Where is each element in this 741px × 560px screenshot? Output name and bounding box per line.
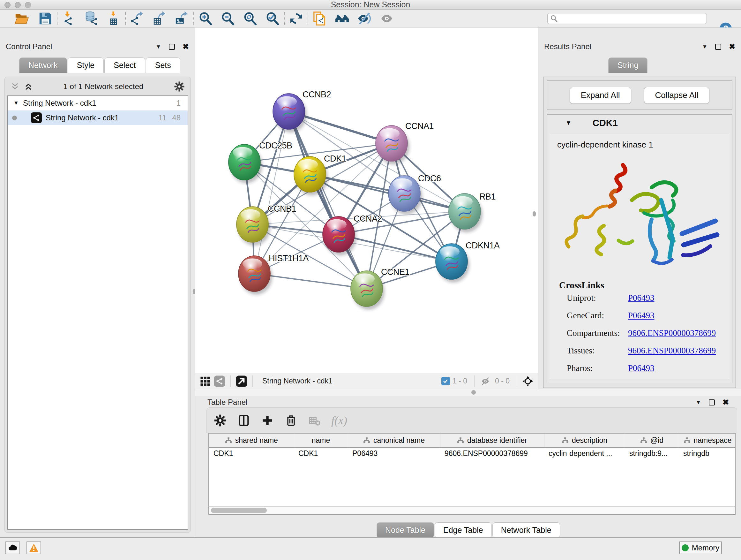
results-panel-float-icon[interactable] <box>715 44 721 50</box>
crosslink-link[interactable]: P06493 <box>628 363 655 373</box>
hide-selected-eye-icon[interactable] <box>355 10 374 27</box>
delete-column-icon[interactable] <box>284 414 298 428</box>
network-options-gear-icon[interactable] <box>174 81 185 92</box>
crosslink-link[interactable]: P06493 <box>628 293 655 303</box>
gene-section-header[interactable]: ▼ CDK1 <box>547 115 732 131</box>
network-canvas-svg[interactable]: CCNB2CCNA1CDC25BCDK1CDC6RB1CCNB1CCNA2CDK… <box>195 27 538 373</box>
table-hscrollbar[interactable] <box>208 506 736 515</box>
zoom-fit-icon[interactable] <box>241 10 259 27</box>
column-header-name[interactable]: name <box>294 434 348 448</box>
table-panel-float-icon[interactable] <box>709 399 715 406</box>
export-table-icon[interactable] <box>151 10 169 27</box>
table-hscrollbar-thumb[interactable] <box>211 508 267 513</box>
zoom-in-icon[interactable] <box>197 10 214 27</box>
table-panel-close-icon[interactable]: ✖ <box>723 398 729 406</box>
memory-button[interactable]: Memory <box>679 542 722 554</box>
tab-select[interactable]: Select <box>105 57 145 73</box>
horizontal-splitter[interactable] <box>195 389 741 396</box>
tab-edge-table[interactable]: Edge Table <box>434 522 492 538</box>
save-session-button[interactable] <box>37 10 54 27</box>
expand-all-button[interactable]: Expand All <box>569 87 631 104</box>
show-hidden-eye-icon[interactable] <box>378 10 396 27</box>
horizontal-splitter-handle[interactable] <box>471 390 476 395</box>
results-panel-close-icon[interactable]: ✖ <box>729 43 735 51</box>
apply-layout-icon[interactable] <box>287 10 305 27</box>
table-panel: Table Panel ▼ ✖ <box>195 396 741 537</box>
column-header-canonical-name[interactable]: canonical name <box>348 434 440 448</box>
crosshair-icon[interactable] <box>521 375 535 388</box>
network-edge[interactable] <box>310 174 465 211</box>
zoom-out-icon[interactable] <box>219 10 237 27</box>
network-birdseye-icon[interactable] <box>212 375 226 388</box>
network-node-CDC6[interactable]: CDC6 <box>388 174 441 214</box>
tab-sets[interactable]: Sets <box>146 57 180 73</box>
import-table-file-icon[interactable] <box>105 10 123 27</box>
network-tree: ▼ String Network - cdk1 1 String Network… <box>7 96 188 530</box>
show-all-houses-icon[interactable] <box>333 10 351 27</box>
network-node-CCNE1[interactable]: CCNE1 <box>351 267 409 310</box>
clone-network-icon[interactable] <box>311 10 329 27</box>
add-column-icon[interactable] <box>260 414 274 428</box>
network-node-HIST1H1A[interactable]: HIST1H1A <box>239 253 309 295</box>
open-session-button[interactable] <box>13 10 30 27</box>
open-in-new-window-icon[interactable] <box>234 375 249 388</box>
selected-checkbox-icon[interactable] <box>441 377 450 385</box>
minimize-window-button[interactable] <box>15 2 21 8</box>
expand-all-chevron-icon[interactable] <box>24 82 33 91</box>
crosslink-link[interactable]: P06493 <box>628 311 655 320</box>
crosslinks-title: CrossLinks <box>559 280 729 291</box>
collapse-all-button[interactable]: Collapse All <box>644 87 710 104</box>
cloud-status-button[interactable] <box>5 542 20 554</box>
crosslink-link[interactable]: 9606.ENSP00000378699 <box>628 346 716 356</box>
table-panel-menu-icon[interactable]: ▼ <box>696 400 701 405</box>
warning-status-button[interactable] <box>26 542 41 554</box>
column-header-shared-name[interactable]: shared name <box>209 434 294 448</box>
control-panel-tabs: NetworkStyleSelectSets <box>19 57 181 73</box>
grid-view-icon[interactable] <box>199 375 212 388</box>
network-list-box: 1 of 1 Network selected ▼ String Network… <box>4 77 191 533</box>
crosslink-label: Uniprot: <box>567 293 628 303</box>
close-window-button[interactable] <box>4 2 10 8</box>
node-label-CDC6: CDC6 <box>418 174 441 183</box>
import-network-database-icon[interactable] <box>82 10 100 27</box>
network-node-CCNB2[interactable]: CCNB2 <box>273 90 331 132</box>
column-header-@id[interactable]: @id <box>625 434 679 448</box>
network-node-CDKN1A[interactable]: CDKN1A <box>435 241 500 283</box>
search-input[interactable] <box>558 14 704 23</box>
control-panel-menu-icon[interactable]: ▼ <box>156 44 161 50</box>
hidden-eye-icon <box>478 375 492 388</box>
maximize-window-button[interactable] <box>25 2 31 8</box>
control-panel-close-icon[interactable]: ✖ <box>183 43 189 51</box>
right-splitter-handle[interactable] <box>533 211 536 216</box>
collapse-all-chevron-icon[interactable] <box>10 82 19 91</box>
crosslink-row: Compartments:9606.ENSP00000378699 <box>567 328 729 338</box>
column-header-namespace[interactable]: namespace <box>679 434 736 448</box>
import-network-file-icon[interactable] <box>60 10 78 27</box>
gene-expander-icon[interactable]: ▼ <box>565 119 571 126</box>
results-panel-menu-icon[interactable]: ▼ <box>702 44 708 50</box>
export-network-icon[interactable] <box>128 10 146 27</box>
tab-network-table[interactable]: Network Table <box>492 522 560 538</box>
network-node-RB1[interactable]: RB1 <box>449 192 495 233</box>
network-node-CCNA1[interactable]: CCNA1 <box>376 121 434 165</box>
tab-string[interactable]: String <box>608 57 648 73</box>
tree-expander-icon[interactable]: ▼ <box>13 100 23 106</box>
table-row[interactable]: CDK1CDK1P064939606.ENSP00000378699cyclin… <box>209 448 736 459</box>
column-header-description[interactable]: description <box>544 434 625 448</box>
crosslink-link[interactable]: 9606.ENSP00000378699 <box>628 328 716 338</box>
network-row-selected[interactable]: String Network - cdk1 11 48 <box>8 111 188 125</box>
control-panel-float-icon[interactable] <box>169 44 175 50</box>
tab-node-table[interactable]: Node Table <box>377 522 434 538</box>
viewbar-separator <box>517 375 517 387</box>
network-node-CDC25B[interactable]: CDC25B <box>228 141 292 183</box>
show-columns-icon[interactable] <box>237 414 251 428</box>
export-image-icon[interactable] <box>173 10 191 27</box>
column-header-database-identifier[interactable]: database identifier <box>440 434 544 448</box>
table-options-gear-icon[interactable] <box>213 414 227 428</box>
zoom-selected-icon[interactable] <box>264 10 281 27</box>
network-node-CCNB1[interactable]: CCNB1 <box>237 204 296 246</box>
tab-style[interactable]: Style <box>68 57 104 73</box>
network-collection-row[interactable]: ▼ String Network - cdk1 1 <box>8 96 188 111</box>
search-icon <box>550 15 558 22</box>
tab-network[interactable]: Network <box>19 57 67 73</box>
